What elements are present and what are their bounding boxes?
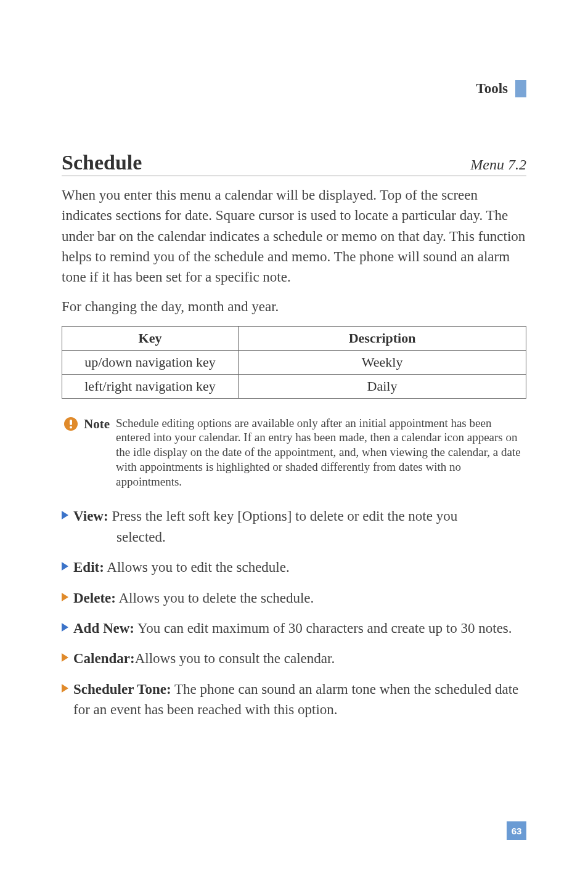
bullet-text: Edit: Allows you to edit the schedule.: [73, 557, 290, 577]
note-text: Schedule editing options are available o…: [116, 416, 526, 489]
note-block: Note Schedule editing options are availa…: [62, 416, 526, 489]
triangle-icon: [62, 511, 68, 519]
page-number: 63: [507, 821, 526, 840]
table-cell-key: left/right navigation key: [62, 374, 239, 398]
triangle-icon: [62, 562, 68, 571]
bullet-content: Allows you to delete the schedule.: [116, 590, 314, 606]
table-cell-key: up/down navigation key: [62, 350, 239, 374]
svg-rect-1: [70, 420, 72, 425]
table-header-row: Key Description: [62, 326, 526, 350]
svg-point-2: [70, 426, 72, 428]
bullet-add-new: Add New: You can edit maximum of 30 char…: [62, 618, 526, 638]
bullet-label: Delete:: [73, 590, 116, 606]
bullet-delete: Delete: Allows you to delete the schedul…: [62, 588, 526, 608]
header-marker-icon: [515, 80, 526, 97]
page-header: Tools: [476, 80, 526, 97]
bullet-content-line2: selected.: [73, 527, 457, 547]
bullet-text: Scheduler Tone: The phone can sound an a…: [73, 679, 526, 720]
sub-paragraph: For changing the day, month and year.: [62, 299, 526, 315]
section-title: Schedule: [62, 151, 142, 174]
triangle-icon: [62, 653, 68, 662]
bullet-label: View:: [73, 508, 108, 524]
bullet-text: View: Press the left soft key [Options] …: [73, 506, 457, 547]
triangle-icon: [62, 623, 68, 632]
section-title-row: Schedule Menu 7.2: [62, 151, 526, 176]
bullet-text: Delete: Allows you to delete the schedul…: [73, 588, 314, 608]
exclamation-icon: [64, 417, 78, 431]
table-head-desc: Description: [239, 326, 526, 350]
table-row: left/right navigation key Daily: [62, 374, 526, 398]
key-description-table: Key Description up/down navigation key W…: [62, 326, 526, 399]
bullet-content: Allows you to edit the schedule.: [104, 560, 290, 575]
bullet-view: View: Press the left soft key [Options] …: [62, 506, 526, 547]
note-label: Note: [84, 416, 110, 489]
table-row: up/down navigation key Weekly: [62, 350, 526, 374]
table-head-key: Key: [62, 326, 239, 350]
bullet-calendar: Calendar:Allows you to consult the calen…: [62, 648, 526, 669]
bullet-edit: Edit: Allows you to edit the schedule.: [62, 557, 526, 577]
bullet-label: Scheduler Tone:: [73, 682, 171, 697]
bullet-scheduler-tone: Scheduler Tone: The phone can sound an a…: [62, 679, 526, 720]
bullet-label: Calendar:: [73, 651, 135, 666]
bullet-label: Add New:: [73, 621, 134, 636]
content-area: Schedule Menu 7.2 When you enter this me…: [62, 151, 526, 730]
header-title: Tools: [476, 81, 508, 97]
bullet-content-line1: Press the left soft key [Options] to del…: [108, 508, 458, 524]
bullet-text: Add New: You can edit maximum of 30 char…: [73, 618, 512, 638]
triangle-icon: [62, 593, 68, 601]
bullet-content: You can edit maximum of 30 characters an…: [134, 621, 512, 636]
table-cell-desc: Daily: [239, 374, 526, 398]
bullet-text: Calendar:Allows you to consult the calen…: [73, 648, 335, 669]
menu-reference: Menu 7.2: [470, 157, 526, 173]
table-cell-desc: Weekly: [239, 350, 526, 374]
bullet-content: Allows you to consult the calendar.: [135, 651, 335, 666]
bullet-label: Edit:: [73, 560, 104, 575]
intro-paragraph: When you enter this menu a calendar will…: [62, 185, 526, 288]
triangle-icon: [62, 684, 68, 693]
